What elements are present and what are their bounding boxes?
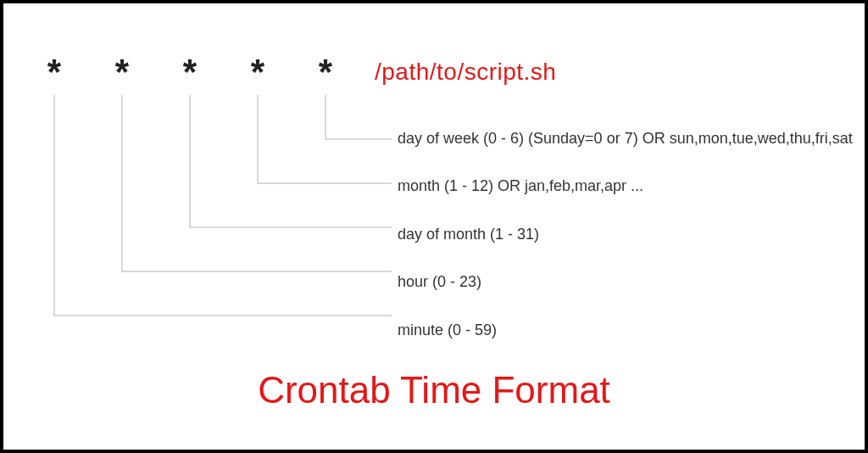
cron-star-dow: * <box>292 54 359 90</box>
cron-expression-row: * * * * * /path/to/script.sh <box>20 54 556 90</box>
script-path: /path/to/script.sh <box>375 59 556 86</box>
cron-star-minute: * <box>20 54 88 90</box>
cron-star-dom: * <box>156 54 224 90</box>
cron-star-hour: * <box>88 54 156 90</box>
label-hour: hour (0 - 23) <box>398 272 853 292</box>
label-minute: minute (0 - 59) <box>398 321 853 340</box>
cron-star-month: * <box>224 54 292 90</box>
label-month: month (1 - 12) OR jan,feb,mar,apr ... <box>398 176 853 196</box>
field-labels: day of week (0 - 6) (Sunday=0 or 7) OR s… <box>398 129 853 368</box>
label-dow: day of week (0 - 6) (Sunday=0 or 7) OR s… <box>398 129 853 148</box>
diagram-title: Crontab Time Format <box>3 369 865 411</box>
diagram-container: * * * * * /path/to/script.sh day of week… <box>0 0 868 453</box>
label-dom: day of month (1 - 31) <box>398 225 853 244</box>
